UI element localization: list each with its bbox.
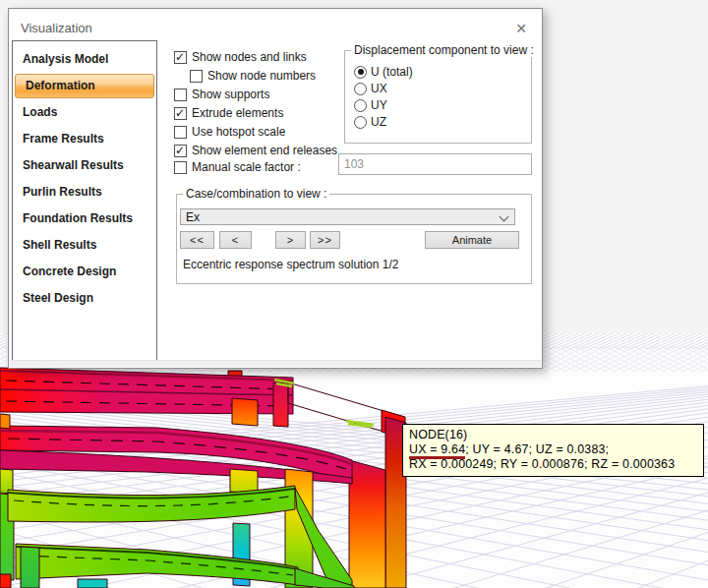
uz-radio[interactable] bbox=[354, 116, 367, 129]
checkbox-row: Show element end releases bbox=[174, 143, 337, 158]
sidebar-item-shell-results[interactable]: Shell Results bbox=[13, 232, 156, 259]
animate-button[interactable]: Animate bbox=[425, 231, 519, 249]
checkbox-label: Show node numbers bbox=[207, 69, 316, 83]
block-red-corner bbox=[0, 574, 11, 588]
show-nodes-checkbox[interactable] bbox=[174, 51, 187, 64]
radio-row: UY bbox=[354, 97, 387, 113]
show-supports-checkbox[interactable] bbox=[174, 88, 187, 101]
sidebar-item-steel-design[interactable]: Steel Design bbox=[13, 285, 156, 312]
radio-label: U (total) bbox=[371, 65, 413, 79]
use-hotspot-scale-checkbox[interactable] bbox=[174, 126, 187, 139]
checkbox-row: Extrude elements bbox=[174, 105, 283, 121]
checkbox-row: Show supports bbox=[174, 87, 269, 102]
visualization-dialog: Visualization ✕ Analysis Model Deformati… bbox=[8, 8, 543, 369]
radio-label: UY bbox=[371, 98, 387, 112]
case-group-label: Case/combination to view : bbox=[183, 187, 329, 201]
sidebar-item-loads[interactable]: Loads bbox=[13, 99, 156, 126]
extrude-elements-checkbox[interactable] bbox=[174, 107, 187, 120]
block-teal-bottom bbox=[78, 579, 107, 588]
chevron-down-icon bbox=[500, 212, 509, 222]
close-icon[interactable]: ✕ bbox=[510, 19, 532, 38]
sidebar-item-frame-results[interactable]: Frame Results bbox=[13, 126, 156, 152]
radio-row: UX bbox=[354, 81, 387, 96]
category-list: Analysis Model Deformation Loads Frame R… bbox=[12, 40, 157, 362]
tooltip-uy-uz-values: ; UY = 4.67; UZ = 0.0383; bbox=[465, 442, 609, 456]
checkbox-label: Show element end releases bbox=[192, 144, 337, 157]
checkbox-label: Manual scale factor : bbox=[192, 160, 301, 174]
checkbox-label: Extrude elements bbox=[192, 106, 283, 120]
column-top-mid bbox=[273, 382, 288, 427]
sidebar-item-analysis-model[interactable]: Analysis Model bbox=[13, 46, 156, 73]
manual-scale-factor-field[interactable]: 103 bbox=[338, 153, 532, 175]
sidebar-item-shearwall-results[interactable]: Shearwall Results bbox=[13, 152, 156, 179]
sidebar-item-purlin-results[interactable]: Purlin Results bbox=[13, 179, 156, 206]
node-result-tooltip: NODE(16) UX = 9.64; UY = 4.67; UZ = 0.03… bbox=[402, 424, 704, 477]
radio-row: U (total) bbox=[354, 64, 413, 80]
u-total-radio[interactable] bbox=[354, 66, 367, 79]
checkbox-row: Use hotspot scale bbox=[174, 124, 285, 140]
checkbox-row: Show nodes and links bbox=[174, 49, 307, 65]
tooltip-rotations: RX = 0.000249; RY = 0.000876; RZ = 0.000… bbox=[409, 457, 697, 472]
radio-label: UZ bbox=[371, 115, 386, 129]
case-combo-value: Ex bbox=[186, 210, 200, 224]
ux-radio[interactable] bbox=[354, 83, 367, 95]
case-combo[interactable]: Ex bbox=[180, 208, 515, 225]
displacement-groupbox: Displacement component to view : U (tota… bbox=[344, 50, 532, 144]
show-node-numbers-checkbox[interactable] bbox=[190, 70, 203, 83]
sidebar-item-concrete-design[interactable]: Concrete Design bbox=[13, 259, 156, 285]
last-case-button[interactable]: >> bbox=[310, 231, 340, 249]
checkbox-row: Manual scale factor : bbox=[174, 159, 301, 175]
checkbox-label: Show nodes and links bbox=[192, 50, 307, 64]
column-front-left bbox=[21, 547, 39, 588]
show-end-releases-checkbox[interactable] bbox=[174, 145, 187, 157]
sidebar-item-deformation[interactable]: Deformation bbox=[15, 74, 154, 98]
checkbox-label: Use hotspot scale bbox=[192, 125, 285, 139]
dialog-title: Visualization bbox=[21, 21, 92, 35]
dialog-footer bbox=[10, 360, 541, 367]
column-mid-upper bbox=[232, 398, 258, 426]
checkbox-row: Show node numbers bbox=[190, 68, 316, 84]
screenshot-root: NODE(16) UX = 9.64; UY = 4.67; UZ = 0.03… bbox=[0, 0, 708, 588]
case-groupbox: Case/combination to view : Ex << < > >> … bbox=[176, 194, 532, 284]
case-status-text: Eccentric response spectrum solution 1/2 bbox=[183, 258, 398, 271]
tooltip-displacements: UX = 9.64; UY = 4.67; UZ = 0.0383; bbox=[409, 442, 697, 457]
radio-label: UX bbox=[371, 82, 387, 95]
column-right-front-face bbox=[349, 460, 385, 588]
displacement-group-label: Displacement component to view : bbox=[351, 43, 537, 57]
column-left-upper bbox=[0, 414, 10, 429]
radio-row: UZ bbox=[354, 114, 386, 130]
sidebar-item-foundation-results[interactable]: Foundation Results bbox=[13, 206, 156, 232]
manual-scale-factor-checkbox[interactable] bbox=[174, 161, 187, 174]
first-case-button[interactable]: << bbox=[180, 231, 214, 249]
checkbox-label: Show supports bbox=[192, 88, 269, 101]
tooltip-node-title: NODE(16) bbox=[409, 428, 697, 442]
next-case-button[interactable]: > bbox=[275, 231, 306, 249]
uy-radio[interactable] bbox=[354, 99, 367, 112]
prev-case-button[interactable]: < bbox=[219, 231, 252, 249]
